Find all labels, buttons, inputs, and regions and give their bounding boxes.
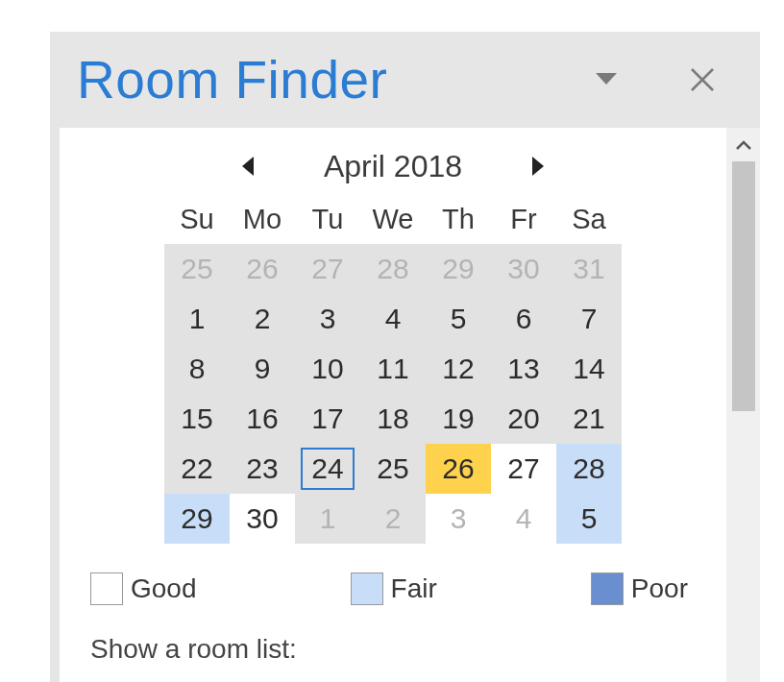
calendar-day-cell[interactable]: 15 — [164, 394, 230, 444]
calendar-day-cell[interactable]: 25 — [360, 444, 426, 494]
prev-month-button[interactable] — [232, 149, 266, 184]
vertical-scrollbar[interactable] — [726, 128, 760, 682]
panel-content: April 2018 SuMoTuWeThFrSa252627282930311… — [60, 128, 726, 682]
calendar-day-cell[interactable]: 4 — [360, 294, 426, 344]
calendar-day-cell[interactable]: 23 — [230, 444, 295, 494]
room-list-prompt: Show a room list: — [90, 634, 707, 665]
calendar-day-cell[interactable]: 2 — [230, 294, 295, 344]
availability-legend: Good Fair Poor — [90, 572, 688, 605]
panel-options-button[interactable] — [587, 61, 625, 99]
calendar-day-cell[interactable]: 11 — [360, 344, 426, 394]
legend-poor-label: Poor — [631, 573, 688, 604]
close-icon — [689, 66, 716, 93]
legend-fair-label: Fair — [391, 573, 437, 604]
calendar-day-cell[interactable]: 25 — [164, 244, 230, 294]
calendar-day-cell[interactable]: 30 — [230, 494, 295, 544]
calendar-day-header: Sa — [556, 194, 622, 244]
calendar-day-cell[interactable]: 2 — [360, 494, 426, 544]
calendar-day-header: We — [360, 194, 426, 244]
calendar-day-cell[interactable]: 5 — [556, 494, 622, 544]
calendar-day-cell[interactable]: 24 — [295, 444, 360, 494]
calendar-day-cell[interactable]: 26 — [426, 444, 491, 494]
calendar-day-cell[interactable]: 26 — [230, 244, 295, 294]
calendar-day-cell[interactable]: 7 — [556, 294, 622, 344]
calendar-day-cell[interactable]: 29 — [426, 244, 491, 294]
calendar-day-cell[interactable]: 13 — [491, 344, 556, 394]
calendar-day-header: Th — [426, 194, 491, 244]
calendar-day-cell[interactable]: 27 — [295, 244, 360, 294]
calendar-grid: SuMoTuWeThFrSa25262728293031123456789101… — [164, 194, 622, 544]
calendar-day-cell[interactable]: 3 — [426, 494, 491, 544]
calendar-day-cell[interactable]: 28 — [360, 244, 426, 294]
calendar-day-cell[interactable]: 17 — [295, 394, 360, 444]
triangle-right-icon — [528, 156, 546, 177]
calendar-day-cell[interactable]: 10 — [295, 344, 360, 394]
legend-fair: Fair — [351, 572, 437, 605]
calendar-day-cell[interactable]: 18 — [360, 394, 426, 444]
legend-poor-swatch — [591, 572, 624, 605]
calendar-day-cell[interactable]: 31 — [556, 244, 622, 294]
calendar-day-cell[interactable]: 1 — [295, 494, 360, 544]
calendar-day-cell[interactable]: 20 — [491, 394, 556, 444]
triangle-left-icon — [240, 156, 257, 177]
svg-marker-0 — [596, 73, 617, 85]
calendar-day-cell[interactable]: 4 — [491, 494, 556, 544]
calendar-day-cell[interactable]: 27 — [491, 444, 556, 494]
calendar-day-cell[interactable]: 16 — [230, 394, 295, 444]
next-month-button[interactable] — [520, 149, 554, 184]
room-finder-panel: Room Finder April 2018 — [50, 32, 760, 682]
svg-marker-3 — [242, 157, 254, 176]
legend-good-label: Good — [131, 573, 197, 604]
legend-fair-swatch — [351, 572, 383, 605]
calendar-day-cell[interactable]: 28 — [556, 444, 622, 494]
scroll-up-button[interactable] — [726, 128, 760, 161]
legend-good: Good — [90, 572, 197, 605]
legend-good-swatch — [90, 572, 123, 605]
svg-marker-4 — [532, 157, 544, 176]
calendar-day-cell[interactable]: 21 — [556, 394, 622, 444]
calendar-day-header: Fr — [491, 194, 556, 244]
calendar-day-cell[interactable]: 14 — [556, 344, 622, 394]
calendar-month-label: April 2018 — [324, 149, 462, 184]
chevron-up-icon — [735, 139, 752, 151]
calendar-day-cell[interactable]: 22 — [164, 444, 230, 494]
calendar-day-cell[interactable]: 8 — [164, 344, 230, 394]
calendar-nav: April 2018 — [79, 149, 707, 184]
calendar-day-cell[interactable]: 29 — [164, 494, 230, 544]
calendar-day-cell[interactable]: 19 — [426, 394, 491, 444]
legend-poor: Poor — [591, 572, 688, 605]
calendar-day-cell[interactable]: 1 — [164, 294, 230, 344]
calendar-day-cell[interactable]: 6 — [491, 294, 556, 344]
calendar-day-header: Mo — [230, 194, 295, 244]
chevron-down-icon — [596, 73, 617, 86]
scroll-thumb[interactable] — [732, 161, 755, 411]
panel-header: Room Finder — [50, 32, 760, 128]
panel-title: Room Finder — [77, 49, 387, 110]
calendar-day-cell[interactable]: 30 — [491, 244, 556, 294]
calendar-day-header: Tu — [295, 194, 360, 244]
calendar-day-cell[interactable]: 3 — [295, 294, 360, 344]
calendar-day-cell[interactable]: 9 — [230, 344, 295, 394]
calendar-day-cell[interactable]: 12 — [426, 344, 491, 394]
calendar-day-cell[interactable]: 5 — [426, 294, 491, 344]
calendar-day-header: Su — [164, 194, 230, 244]
close-button[interactable] — [683, 61, 722, 99]
